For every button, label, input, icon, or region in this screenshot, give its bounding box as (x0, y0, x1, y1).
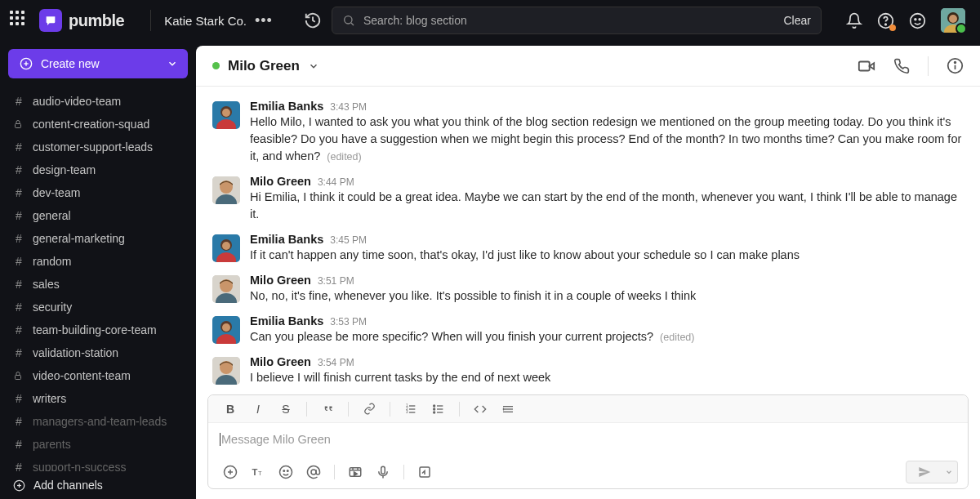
hash-icon: # (13, 461, 24, 471)
message-author[interactable]: Milo Green (250, 355, 311, 368)
svg-point-16 (911, 13, 925, 28)
search-value: Search: blog section (363, 14, 784, 27)
search-icon (342, 14, 355, 27)
avatar[interactable] (212, 316, 240, 344)
history-icon[interactable] (304, 11, 322, 29)
text-format-button[interactable]: TT (246, 461, 270, 483)
message-author[interactable]: Emilia Banks (250, 314, 323, 327)
separator (348, 402, 349, 417)
strikethrough-button[interactable]: S (274, 399, 298, 420)
audio-clip-button[interactable] (371, 461, 395, 483)
channel-item[interactable]: #design-team (0, 158, 196, 181)
avatar[interactable] (212, 357, 240, 385)
hash-icon: # (13, 163, 24, 176)
logo-text: pumble (69, 11, 124, 30)
add-channels-button[interactable]: Add channels (0, 471, 196, 499)
video-clip-button[interactable] (343, 461, 368, 483)
emoji-button[interactable] (274, 461, 298, 483)
search-input[interactable]: Search: blog section Clear (332, 7, 822, 34)
avatar[interactable] (212, 234, 240, 262)
hash-icon: # (13, 209, 24, 222)
channel-item[interactable]: #writers (0, 387, 196, 410)
svg-point-43 (434, 412, 435, 413)
channel-item[interactable]: #dev-team (0, 181, 196, 204)
channel-item[interactable]: #security (0, 296, 196, 319)
avatar[interactable] (212, 101, 240, 129)
apps-grid-icon[interactable] (10, 11, 29, 30)
channel-name: design-team (33, 163, 96, 176)
help-icon[interactable] (877, 12, 894, 29)
svg-point-18 (919, 18, 920, 20)
channel-item[interactable]: #random (0, 250, 196, 273)
video-call-icon[interactable] (858, 57, 875, 75)
logo[interactable]: pumble (39, 9, 124, 32)
message: Milo Green3:54 PMI believe I will finish… (212, 350, 964, 390)
channel-item[interactable]: #customer-support-leads (0, 136, 196, 158)
workspace-menu-icon[interactable]: ••• (255, 12, 273, 29)
svg-text:T: T (258, 470, 262, 477)
quote-button[interactable] (315, 399, 340, 420)
notifications-icon[interactable] (846, 12, 862, 29)
channel-item[interactable]: #support-n-success (0, 456, 196, 471)
channel-name: managers-and-team-leads (33, 415, 167, 428)
shortcuts-button[interactable] (412, 461, 437, 483)
message: Milo Green3:51 PMNo, no, it's fine, when… (212, 269, 964, 310)
avatar[interactable] (212, 275, 240, 303)
message-author[interactable]: Milo Green (250, 274, 311, 287)
mention-button[interactable] (301, 461, 326, 483)
hash-icon: # (13, 95, 24, 108)
channel-item[interactable]: #validation-station (0, 341, 196, 364)
chevron-down-icon[interactable] (308, 60, 319, 72)
send-button[interactable] (906, 461, 943, 483)
svg-text:3: 3 (406, 410, 408, 414)
bullet-list-button[interactable] (426, 399, 451, 420)
notification-dot-icon (889, 25, 896, 31)
channel-name: dev-team (33, 186, 80, 199)
message-time: 3:44 PM (318, 176, 354, 188)
message-time: 3:51 PM (318, 275, 354, 287)
attach-button[interactable] (218, 461, 243, 483)
send-options-button[interactable] (940, 461, 958, 483)
chat-title[interactable]: Milo Green (228, 58, 300, 74)
message-author[interactable]: Emilia Banks (250, 100, 323, 113)
emoji-status-icon[interactable] (909, 12, 926, 29)
message-time: 3:53 PM (330, 316, 367, 327)
info-icon[interactable] (947, 57, 964, 74)
channel-item[interactable]: #team-building-core-team (0, 319, 196, 341)
message-list[interactable]: Emilia Banks3:43 PMHello Milo, I wanted … (196, 87, 980, 390)
channel-item[interactable]: #general (0, 204, 196, 227)
search-clear-button[interactable]: Clear (783, 14, 810, 27)
channel-item[interactable]: #parents (0, 433, 196, 456)
link-button[interactable] (357, 399, 381, 420)
workspace-name[interactable]: Katie Stark Co. (164, 14, 247, 28)
message-input[interactable]: Message Milo Green (208, 423, 968, 456)
channel-list[interactable]: #audio-video-teamcontent-creation-squad#… (0, 87, 196, 471)
message: Milo Green3:44 PMHi Emilia, I think it c… (212, 170, 964, 228)
audio-call-icon[interactable] (893, 58, 910, 74)
edited-label: (edited) (660, 332, 694, 343)
channel-name: team-building-core-team (33, 323, 157, 336)
chevron-down-icon (167, 58, 178, 69)
message: Emilia Banks3:45 PMIf it can't happen an… (212, 228, 964, 269)
svg-rect-11 (48, 19, 52, 20)
user-avatar[interactable] (941, 8, 965, 33)
create-new-button[interactable]: Create new (8, 49, 188, 78)
message-author[interactable]: Milo Green (250, 175, 311, 188)
ordered-list-button[interactable]: 123 (399, 399, 423, 420)
italic-button[interactable]: I (246, 399, 270, 420)
channel-item[interactable]: #general-marketing (0, 227, 196, 250)
message-author[interactable]: Emilia Banks (250, 233, 323, 246)
channel-item[interactable]: #audio-video-team (0, 90, 196, 113)
channel-item[interactable]: content-creation-squad (0, 113, 196, 136)
separator (459, 402, 460, 417)
channel-item[interactable]: #sales (0, 273, 196, 296)
channel-item[interactable]: video-content-team (0, 364, 196, 387)
code-button[interactable] (468, 399, 492, 420)
channel-item[interactable]: #managers-and-team-leads (0, 410, 196, 433)
avatar[interactable] (212, 176, 240, 204)
channel-name: general (33, 209, 71, 222)
message-text: No, no, it's fine, whenever you like. It… (250, 287, 964, 305)
message-placeholder: Message Milo Green (220, 433, 331, 446)
bold-button[interactable]: B (218, 399, 243, 420)
code-block-button[interactable] (496, 399, 520, 420)
